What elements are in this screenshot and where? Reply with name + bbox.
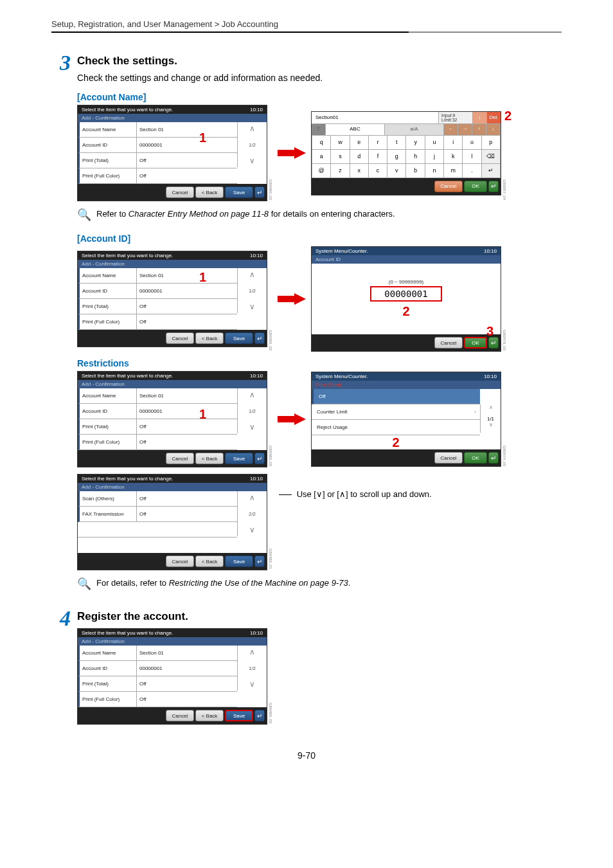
numeric-input[interactable]: 00000001: [370, 286, 441, 302]
row-account-name[interactable]: Account NameSection 01: [78, 646, 237, 661]
key-z[interactable]: z: [331, 164, 350, 178]
cancel-button[interactable]: Cancel: [166, 453, 194, 464]
save-button[interactable]: Save: [225, 186, 253, 198]
key-enter-icon[interactable]: ↵: [482, 164, 501, 178]
cancel-button[interactable]: Cancel: [166, 710, 194, 721]
key-o[interactable]: o: [463, 136, 481, 150]
scroll-up-icon[interactable]: ∧: [238, 388, 267, 401]
scroll-down-icon[interactable]: ∨: [238, 678, 267, 691]
kbd-ok-button[interactable]: OK: [464, 181, 487, 192]
scroll-down-icon[interactable]: ∨: [238, 300, 267, 313]
row-print-full-color[interactable]: Print (Full Color)Off: [78, 314, 237, 330]
key-w[interactable]: w: [331, 136, 350, 150]
key-l[interactable]: l: [463, 150, 481, 164]
key-m[interactable]: m: [444, 164, 463, 178]
row-fax-transmission[interactable]: FAX TransmissionOff: [78, 507, 237, 522]
row-print-total[interactable]: Print (Total)Off: [78, 299, 237, 314]
key-dot[interactable]: .: [463, 164, 481, 178]
key-a[interactable]: a: [312, 150, 331, 164]
key-k[interactable]: k: [444, 150, 463, 164]
row-print-total[interactable]: Print (Total)Off: [78, 676, 237, 692]
ok-button[interactable]: OK: [464, 337, 487, 348]
key-p[interactable]: p: [482, 136, 501, 150]
cursor-down-icon[interactable]: ↓: [472, 112, 486, 123]
back-button[interactable]: < Back: [195, 332, 224, 344]
key-at[interactable]: @: [312, 164, 331, 178]
enter-icon[interactable]: ↵: [488, 452, 499, 464]
key-j[interactable]: j: [425, 150, 444, 164]
option-off[interactable]: Off: [312, 389, 480, 404]
row-account-id[interactable]: Account ID 00000001: [78, 138, 237, 153]
enter-icon[interactable]: ↵: [254, 453, 265, 464]
back-button[interactable]: < Back: [195, 710, 224, 721]
save-button[interactable]: Save: [225, 332, 253, 344]
option-counter-limit[interactable]: Counter Limit›: [312, 404, 480, 420]
key-s[interactable]: s: [331, 150, 350, 164]
kbd-tab-left-icon[interactable]: ←: [444, 124, 458, 135]
key-v[interactable]: v: [387, 164, 406, 178]
enter-icon[interactable]: ↵: [254, 556, 265, 567]
key-h[interactable]: h: [406, 150, 425, 164]
scroll-down-icon[interactable]: ∨: [238, 523, 267, 536]
option-reject-usage[interactable]: Reject Usage: [312, 420, 480, 435]
key-d[interactable]: d: [350, 150, 369, 164]
kbd-tab-case[interactable]: a/A: [385, 124, 444, 135]
cancel-button[interactable]: Cancel: [166, 186, 194, 198]
scroll-up-icon[interactable]: ∧: [238, 491, 267, 504]
row-print-full-color[interactable]: Print (Full Color)Off: [78, 692, 237, 707]
cancel-button[interactable]: Cancel: [166, 556, 194, 567]
scroll-down-icon[interactable]: ∨: [238, 154, 267, 167]
key-r[interactable]: r: [369, 136, 387, 150]
row-account-name[interactable]: Account NameSection 01: [78, 388, 237, 404]
kbd-tab-down-icon[interactable]: ↓: [486, 124, 501, 135]
back-button[interactable]: < Back: [195, 556, 224, 567]
row-print-full-color[interactable]: Print (Full Color) Off: [78, 168, 237, 184]
row-account-id[interactable]: Account ID00000001: [78, 284, 237, 299]
key-c[interactable]: c: [369, 164, 387, 178]
key-backspace-icon[interactable]: ⌫: [482, 150, 501, 164]
row-account-name[interactable]: Account Name Section 01: [78, 122, 237, 138]
save-button[interactable]: Save: [225, 556, 253, 567]
key-y[interactable]: y: [406, 136, 425, 150]
kbd-tab-right-icon[interactable]: →: [458, 124, 472, 135]
enter-icon[interactable]: ↵: [254, 710, 265, 721]
key-x[interactable]: x: [350, 164, 369, 178]
delete-button[interactable]: Del.: [486, 112, 501, 123]
kbd-cancel-button[interactable]: Cancel: [434, 181, 463, 192]
enter-icon[interactable]: ↵: [254, 186, 265, 198]
row-account-id[interactable]: Account ID00000001: [78, 661, 237, 676]
scroll-down-icon[interactable]: ∨: [238, 420, 267, 433]
ok-button[interactable]: OK: [464, 452, 487, 464]
key-b[interactable]: b: [406, 164, 425, 178]
back-button[interactable]: < Back: [195, 453, 224, 464]
cancel-button[interactable]: Cancel: [434, 452, 463, 464]
key-e[interactable]: e: [350, 136, 369, 150]
row-print-total[interactable]: Print (Total) Off: [78, 153, 237, 168]
scroll-down-icon[interactable]: ∨: [481, 422, 501, 433]
back-button[interactable]: < Back: [195, 186, 224, 198]
key-i[interactable]: i: [444, 136, 463, 150]
key-u[interactable]: u: [425, 136, 444, 150]
key-q[interactable]: q: [312, 136, 331, 150]
scroll-up-icon[interactable]: ∧: [481, 404, 501, 416]
row-scan-others[interactable]: Scan (Others)Off: [78, 491, 237, 507]
save-button[interactable]: Save: [225, 710, 253, 721]
kbd-tab-mode-icon[interactable]: ⇧: [312, 124, 326, 135]
row-print-total[interactable]: Print (Total)Off: [78, 419, 237, 435]
text-input-display[interactable]: Section01: [312, 112, 439, 123]
enter-icon[interactable]: ↵: [488, 181, 499, 192]
scroll-up-icon[interactable]: ∧: [238, 646, 267, 658]
kbd-tab-abc[interactable]: ABC: [326, 124, 385, 135]
row-account-id[interactable]: Account ID00000001: [78, 404, 237, 419]
key-f[interactable]: f: [369, 150, 387, 164]
row-account-name[interactable]: Account NameSection 01: [78, 268, 237, 284]
cancel-button[interactable]: Cancel: [166, 332, 194, 344]
save-button[interactable]: Save: [225, 453, 253, 464]
row-print-full-color[interactable]: Print (Full Color)Off: [78, 435, 237, 450]
scroll-up-icon[interactable]: ∧: [238, 122, 267, 135]
scroll-up-icon[interactable]: ∧: [238, 268, 267, 281]
enter-icon[interactable]: ↵: [254, 332, 265, 344]
key-g[interactable]: g: [387, 150, 406, 164]
key-t[interactable]: t: [387, 136, 406, 150]
cancel-button[interactable]: Cancel: [434, 337, 463, 348]
